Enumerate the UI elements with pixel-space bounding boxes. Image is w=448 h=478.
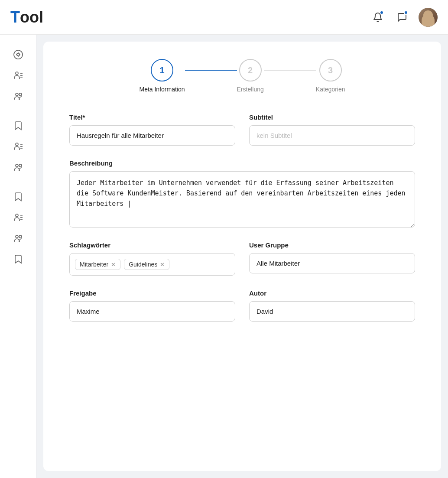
form-row-tags-gruppe: Schlagwörter Mitarbeiter ✕ Guidelines ✕ … — [69, 241, 415, 276]
form-row-freigabe-autor: Freigabe Autor — [69, 289, 415, 322]
sidebar-item-groups-2[interactable] — [9, 158, 28, 177]
sidebar-group-2 — [9, 116, 28, 177]
titel-label: Titel* — [69, 114, 235, 121]
sidebar-group-3 — [9, 187, 28, 269]
sidebar-item-bookmark-1[interactable] — [9, 116, 28, 135]
step-circle-3[interactable]: 3 — [319, 59, 342, 81]
tag-guidelines-remove[interactable]: ✕ — [160, 262, 165, 267]
form-group-schlagwoerter: Schlagwörter Mitarbeiter ✕ Guidelines ✕ — [69, 241, 235, 276]
schlagwoerter-label: Schlagwörter — [69, 241, 235, 249]
step-circle-2[interactable]: 2 — [239, 59, 262, 81]
stepper: 1 Meta Information 2 Erstellung 3 Katego… — [69, 59, 415, 93]
freigabe-input[interactable] — [69, 301, 235, 322]
header-right — [370, 8, 438, 27]
freigabe-label: Freigabe — [69, 289, 235, 297]
notification-badge — [380, 10, 384, 15]
svg-point-13 — [16, 214, 18, 217]
tag-guidelines-text: Guidelines — [129, 261, 157, 268]
sidebar-item-users-list-2[interactable] — [9, 137, 28, 156]
message-badge — [404, 10, 408, 15]
svg-point-18 — [19, 235, 22, 238]
titel-input[interactable] — [69, 125, 235, 146]
autor-label: Autor — [249, 289, 415, 297]
beschreibung-label: Beschreibung — [69, 159, 415, 167]
sidebar-item-users-list[interactable] — [9, 66, 28, 85]
sidebar-item-users-list-3[interactable] — [9, 208, 28, 227]
svg-point-12 — [19, 164, 22, 167]
message-button[interactable] — [394, 10, 410, 25]
subtitel-label: Subtitel — [249, 114, 415, 121]
tag-mitarbeiter-text: Mitarbeiter — [80, 261, 108, 268]
step-1: 1 Meta Information — [139, 59, 185, 93]
logo: Tool — [10, 8, 43, 26]
step-label-1: Meta Information — [139, 86, 185, 93]
step-connector-2-3 — [264, 70, 316, 71]
form-group-autor: Autor — [249, 289, 415, 322]
step-2: 2 Erstellung — [237, 59, 264, 93]
user-gruppe-label: User Gruppe — [249, 241, 415, 249]
sidebar-item-groups-3[interactable] — [9, 229, 28, 248]
main-content: 1 Meta Information 2 Erstellung 3 Katego… — [43, 42, 441, 471]
form-group-freigabe: Freigabe — [69, 289, 235, 322]
logo-suffix: ool — [20, 8, 43, 26]
svg-point-17 — [16, 235, 18, 238]
form-group-subtitel: Subtitel — [249, 114, 415, 146]
form-group-user-gruppe: User Gruppe — [249, 241, 415, 276]
sidebar-item-bookmark-3[interactable] — [9, 250, 28, 269]
form-group-beschreibung: Beschreibung Jeder Mitarbeiter im Untern… — [69, 159, 415, 228]
app-body: 1 Meta Information 2 Erstellung 3 Katego… — [0, 35, 448, 478]
svg-point-11 — [16, 164, 18, 167]
autor-input[interactable] — [249, 301, 415, 322]
svg-point-1 — [16, 72, 18, 75]
form-row-title: Titel* Subtitel — [69, 114, 415, 146]
subtitel-input[interactable] — [249, 125, 415, 146]
avatar[interactable] — [419, 8, 438, 27]
step-3: 3 Kategorien — [316, 59, 345, 93]
step-label-2: Erstellung — [237, 86, 264, 93]
sidebar-group-1 — [9, 45, 28, 106]
logo-t: T — [10, 8, 20, 26]
sidebar-item-bookmark-2[interactable] — [9, 187, 28, 206]
sidebar-item-groups[interactable] — [9, 87, 28, 106]
sidebar — [0, 35, 36, 478]
form-group-titel: Titel* — [69, 114, 235, 146]
sidebar-item-ai[interactable] — [9, 45, 28, 64]
step-circle-1[interactable]: 1 — [151, 59, 173, 81]
step-label-3: Kategorien — [316, 86, 345, 93]
tag-mitarbeiter: Mitarbeiter ✕ — [75, 259, 120, 270]
tag-mitarbeiter-remove[interactable]: ✕ — [111, 262, 116, 267]
beschreibung-textarea[interactable]: Jeder Mitarbeiter im Unternehmen verwend… — [69, 171, 415, 228]
header: Tool — [0, 0, 448, 35]
step-connector-1-2 — [185, 70, 237, 71]
tag-guidelines: Guidelines ✕ — [124, 259, 169, 270]
svg-point-6 — [19, 93, 22, 96]
svg-point-5 — [16, 93, 18, 96]
user-gruppe-input[interactable] — [249, 253, 415, 273]
svg-point-7 — [16, 143, 18, 146]
notification-button[interactable] — [370, 10, 386, 25]
tags-input[interactable]: Mitarbeiter ✕ Guidelines ✕ — [69, 253, 235, 276]
